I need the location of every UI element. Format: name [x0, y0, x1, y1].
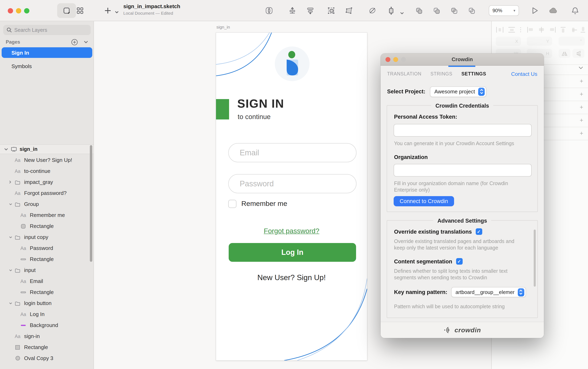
tune-settings-icon[interactable]: [305, 6, 315, 16]
layer-row[interactable]: Rectangle: [0, 287, 94, 298]
artboard-root-row[interactable]: sign_in: [0, 144, 94, 154]
project-select-dropdown[interactable]: Awesome project: [430, 86, 486, 97]
organization-input[interactable]: [394, 164, 532, 177]
fullscreen-window-button[interactable]: [24, 8, 29, 13]
flip-vertical-button[interactable]: [572, 49, 584, 58]
resize-chevron-icon[interactable]: [397, 8, 407, 18]
flip-horizontal-button[interactable]: [559, 49, 570, 58]
insert-plus-icon[interactable]: [103, 6, 113, 16]
search-layers-field[interactable]: Search Layers: [3, 25, 91, 35]
password-input[interactable]: Password: [228, 174, 357, 193]
components-view-icon[interactable]: [75, 6, 85, 16]
tab-translation[interactable]: TRANSLATION: [387, 71, 421, 76]
tab-strings[interactable]: STRINGS: [430, 71, 452, 76]
layer-row[interactable]: Oval Copy 3: [0, 353, 94, 364]
layer-row[interactable]: AaForgot password?: [0, 188, 94, 199]
layer-row[interactable]: AaPassword: [0, 243, 94, 254]
segmentation-label: Content segmentation: [394, 258, 452, 264]
add-style-plus-icon[interactable]: +: [579, 104, 584, 110]
x-position-field[interactable]: X: [496, 37, 521, 46]
sidebar-scrollbar[interactable]: [90, 145, 92, 262]
close-window-button[interactable]: [8, 8, 13, 13]
layer-row[interactable]: AaLog In: [0, 309, 94, 320]
sidebar-page-sign-in[interactable]: Sign In: [2, 47, 92, 58]
add-page-icon[interactable]: [71, 39, 78, 45]
transform-icon[interactable]: [344, 6, 354, 16]
layer-row[interactable]: Aasign-in: [0, 331, 94, 342]
layer-row[interactable]: Rectangle: [0, 220, 94, 232]
rotate-icon[interactable]: [368, 6, 377, 16]
layer-row[interactable]: impact_gray: [0, 177, 94, 188]
layer-row[interactable]: login button: [0, 298, 94, 309]
boolean-union-icon[interactable]: [414, 6, 424, 16]
minimize-window-button[interactable]: [16, 8, 21, 13]
shape-tool-icon[interactable]: [264, 6, 274, 16]
add-style-plus-icon[interactable]: +: [579, 91, 584, 97]
add-style-plus-icon[interactable]: +: [579, 130, 584, 136]
boolean-difference-icon[interactable]: [467, 6, 476, 16]
align-left-icon: [528, 27, 533, 33]
distribute-vertical-icon[interactable]: [287, 6, 297, 16]
resize-artboard-icon[interactable]: [386, 6, 396, 16]
log-in-button[interactable]: Log In: [229, 243, 356, 262]
key-pattern-dropdown[interactable]: artboard__group__elemer: [451, 287, 526, 297]
layer-row[interactable]: Group: [0, 199, 94, 209]
rotation-field[interactable]: °: [559, 37, 585, 46]
add-style-plus-icon[interactable]: +: [579, 78, 584, 84]
y-position-field[interactable]: Y: [527, 37, 552, 46]
text-layer-icon: Aa: [14, 333, 21, 339]
remember-me-checkbox[interactable]: [228, 200, 236, 208]
edit-vector-icon[interactable]: [326, 6, 336, 16]
rounded-rect-layer-icon: [20, 223, 27, 229]
chevron-right-icon[interactable]: [9, 180, 14, 184]
layer-row[interactable]: Rectangle: [0, 342, 94, 353]
layer-row[interactable]: AaRemember me: [0, 209, 94, 220]
layer-row[interactable]: Background: [0, 320, 94, 331]
crowdin-plugin-window: Crowdin TRANSLATION STRINGS SETTINGS Con…: [381, 53, 544, 338]
preview-play-icon[interactable]: [530, 6, 540, 16]
forgot-password-link[interactable]: Forgot password?: [216, 227, 367, 235]
cloud-share-icon[interactable]: [549, 6, 559, 16]
background-line-layer-icon: [20, 322, 27, 329]
notifications-bell-icon[interactable]: [570, 6, 580, 16]
alignment-icons-row[interactable]: [495, 26, 585, 33]
layer-row[interactable]: input copy: [0, 232, 94, 243]
layer-row[interactable]: input: [0, 265, 94, 276]
sign-in-artboard[interactable]: SIGN IN to continue Email Password Remem…: [216, 33, 367, 360]
add-style-plus-icon[interactable]: +: [579, 117, 584, 123]
segmentation-checkbox[interactable]: ✓: [456, 258, 462, 265]
advanced-settings-scrollbar[interactable]: [534, 229, 536, 287]
connect-to-crowdin-button[interactable]: Connect to Crowdin: [394, 196, 454, 206]
layer-row[interactable]: Rectangle: [0, 254, 94, 265]
crowdin-minimize-button[interactable]: [393, 57, 398, 62]
chevron-down-icon[interactable]: [9, 236, 14, 238]
chevron-down-icon[interactable]: [9, 203, 14, 205]
pages-collapse-chevron-icon[interactable]: [84, 40, 88, 44]
boolean-intersect-icon[interactable]: [449, 6, 459, 16]
email-input[interactable]: Email: [228, 143, 357, 162]
chevron-down-icon[interactable]: [4, 148, 8, 151]
insert-chevron-icon[interactable]: [112, 7, 122, 17]
sidebar-page-symbols[interactable]: Symbols: [2, 61, 92, 71]
section-collapse-chevron-icon[interactable]: [578, 66, 584, 72]
layer-row[interactable]: Aato-continue: [0, 166, 94, 177]
distribute-horizontal-icon: [496, 27, 503, 33]
chevron-down-icon[interactable]: [9, 302, 14, 304]
artboard-title-label[interactable]: sign_in: [216, 24, 230, 29]
token-input[interactable]: [394, 124, 532, 137]
tab-settings[interactable]: SETTINGS: [462, 71, 486, 76]
chevron-down-icon[interactable]: [9, 269, 14, 271]
canvas-view-icon[interactable]: [62, 6, 72, 16]
select-stepper-icon: [518, 288, 524, 296]
layer-row[interactable]: AaNew User? Sign Up!: [0, 155, 94, 166]
crowdin-close-button[interactable]: [386, 57, 390, 62]
override-checkbox[interactable]: ✓: [475, 228, 482, 235]
advanced-legend: Advanced Settings: [433, 218, 491, 224]
sign-up-text[interactable]: New User? Sign Up!: [216, 273, 367, 282]
contact-us-link[interactable]: Contact Us: [511, 71, 537, 77]
zoom-level-dropdown[interactable]: 90% ▾: [489, 5, 519, 16]
layer-row[interactable]: AaEmail: [0, 276, 94, 287]
layer-label: impact_gray: [24, 179, 53, 185]
crowdin-zoom-button[interactable]: [401, 57, 406, 62]
boolean-subtract-icon[interactable]: [432, 6, 441, 16]
